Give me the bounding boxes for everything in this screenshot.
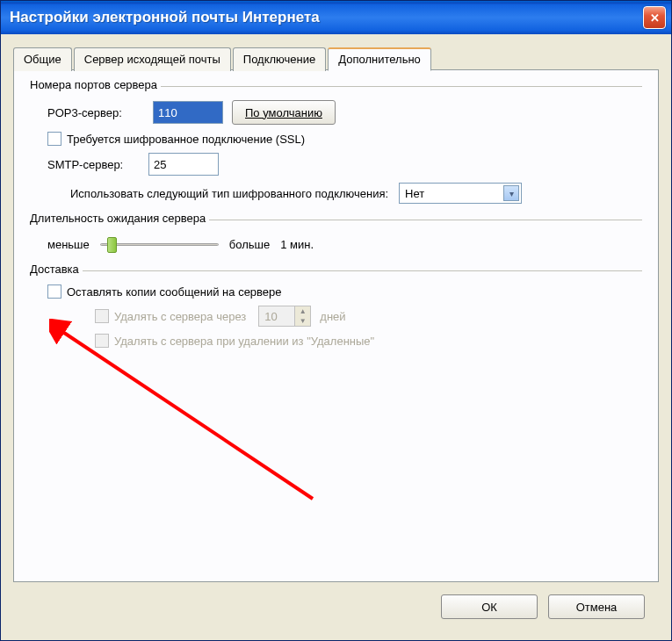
close-icon: ✕ xyxy=(650,11,660,25)
timeout-slider[interactable] xyxy=(100,234,219,255)
leave-copy-label: Оставлять копии сообщений на сервере xyxy=(67,285,282,299)
window-title: Настройки электронной почты Интернета xyxy=(10,9,320,26)
tab-advanced[interactable]: Дополнительно xyxy=(328,47,431,71)
close-button[interactable]: ✕ xyxy=(643,6,666,29)
delete-after-days-spinner: 10 ▲ ▼ xyxy=(258,306,311,327)
delete-after-days-value: 10 xyxy=(259,306,294,326)
pop3-ssl-label: Требуется шифрованное подключение (SSL) xyxy=(67,133,305,146)
leave-copy-checkbox[interactable] xyxy=(47,284,61,299)
timeout-more-label: больше xyxy=(229,238,270,251)
divider xyxy=(30,270,642,271)
spin-up-icon: ▲ xyxy=(295,306,310,316)
tab-general[interactable]: Общие xyxy=(13,47,72,71)
slider-track xyxy=(100,243,219,246)
group-server-ports: Номера портов сервера POP3-сервер: По ум… xyxy=(30,86,642,204)
group-delivery: Доставка Оставлять копии сообщений на се… xyxy=(30,270,642,348)
ok-button[interactable]: ОК xyxy=(441,594,538,619)
group-timeout-legend: Длительность ожидания сервера xyxy=(30,212,209,225)
dialog-footer: ОК Отмена xyxy=(13,582,659,628)
delete-on-trash-label: Удалять с сервера при удалении из "Удале… xyxy=(114,335,374,348)
group-delivery-legend: Доставка xyxy=(30,263,83,276)
tab-strip: Общие Сервер исходящей почты Подключение… xyxy=(13,47,659,70)
chevron-down-icon: ▾ xyxy=(503,185,519,201)
pop3-port-input[interactable] xyxy=(153,101,223,124)
cancel-button[interactable]: Отмена xyxy=(548,594,645,619)
group-server-ports-legend: Номера портов сервера xyxy=(30,78,161,91)
svg-line-1 xyxy=(61,331,313,499)
delete-after-label: Удалять с сервера через xyxy=(114,310,246,323)
tab-panel-advanced: Номера портов сервера POP3-сервер: По ум… xyxy=(13,69,659,582)
client-area: Общие Сервер исходящей почты Подключение… xyxy=(1,34,671,640)
pop3-ssl-checkbox[interactable] xyxy=(47,132,61,146)
encryption-type-label: Использовать следующий тип шифрованного … xyxy=(70,187,388,200)
settings-window: Настройки электронной почты Интернета ✕ … xyxy=(0,0,672,641)
delete-on-trash-checkbox xyxy=(95,334,109,348)
days-unit-label: дней xyxy=(320,310,345,323)
smtp-label: SMTP-сервер: xyxy=(47,158,140,171)
timeout-value: 1 мин. xyxy=(280,238,314,251)
smtp-port-input[interactable] xyxy=(148,153,219,176)
default-ports-button[interactable]: По умолчанию xyxy=(232,100,336,125)
delete-after-checkbox xyxy=(95,309,109,323)
encryption-type-select[interactable]: Нет ▾ xyxy=(399,183,522,204)
timeout-less-label: меньше xyxy=(47,238,90,251)
pop3-label: POP3-сервер: xyxy=(47,106,144,119)
encryption-type-value: Нет xyxy=(405,187,424,200)
slider-thumb[interactable] xyxy=(107,237,117,253)
tab-connection[interactable]: Подключение xyxy=(233,47,326,71)
titlebar: Настройки электронной почты Интернета ✕ xyxy=(1,1,671,34)
spin-down-icon: ▼ xyxy=(295,316,310,326)
group-timeout: Длительность ожидания сервера меньше бол… xyxy=(30,220,642,255)
tab-outgoing-server[interactable]: Сервер исходящей почты xyxy=(74,47,231,71)
